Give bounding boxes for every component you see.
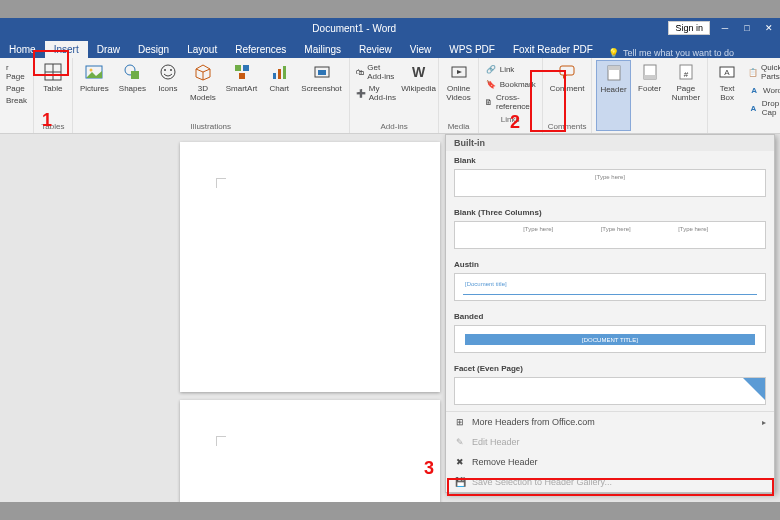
- header-gallery-dropdown: Built-in Blank [Type here] Blank (Three …: [445, 134, 775, 493]
- more-headers-item[interactable]: ⊞ More Headers from Office.com ▸: [446, 412, 774, 432]
- wordart-icon: A: [748, 84, 760, 96]
- option-blank[interactable]: [Type here]: [454, 169, 766, 197]
- group-label-media: Media: [443, 121, 473, 131]
- doc-title: Document1 - Word: [40, 23, 668, 34]
- smartart-button[interactable]: SmartArt: [223, 60, 261, 121]
- option-banded[interactable]: [DOCUMENT TITLE]: [454, 325, 766, 353]
- group-label-illustrations: Illustrations: [77, 121, 345, 131]
- tab-review[interactable]: Review: [350, 41, 401, 58]
- table-button[interactable]: Table: [38, 60, 68, 121]
- svg-rect-15: [273, 73, 276, 79]
- group-label-comments: Comments: [547, 121, 588, 131]
- tab-view[interactable]: View: [401, 41, 441, 58]
- svg-rect-17: [283, 66, 286, 79]
- table-icon: [43, 62, 63, 82]
- tab-draw[interactable]: Draw: [88, 41, 129, 58]
- footer-icon: [640, 62, 660, 82]
- svg-marker-21: [457, 70, 462, 74]
- tab-references[interactable]: References: [226, 41, 295, 58]
- dropcap-button[interactable]: ADrop Cap: [746, 98, 780, 118]
- option-austin[interactable]: [Document title]: [454, 273, 766, 301]
- tab-wps-pdf[interactable]: WPS PDF: [440, 41, 504, 58]
- option-blank-three-columns[interactable]: [Type here] [Type here] [Type here]: [454, 221, 766, 249]
- document-page[interactable]: [180, 400, 440, 502]
- pictures-icon: [84, 62, 104, 82]
- quickparts-icon: 📋: [748, 66, 758, 78]
- group-label-addins: Add-ins: [354, 121, 435, 131]
- section-builtin: Built-in: [446, 135, 774, 151]
- store-icon: 🛍: [356, 66, 364, 78]
- bookmark-button[interactable]: 🔖Bookmark: [483, 77, 538, 91]
- svg-marker-23: [563, 75, 567, 79]
- smartart-icon: [232, 62, 252, 82]
- online-videos-button[interactable]: Online Videos: [443, 60, 473, 121]
- document-page[interactable]: [180, 142, 440, 392]
- option-austin-label: Austin: [446, 255, 774, 271]
- cover-page-button[interactable]: r Page: [6, 62, 27, 82]
- tab-layout[interactable]: Layout: [178, 41, 226, 58]
- wordart-button[interactable]: AWordArt: [746, 83, 780, 97]
- shapes-button[interactable]: Shapes: [116, 60, 149, 121]
- shapes-icon: [122, 62, 142, 82]
- edit-header-item[interactable]: ✎ Edit Header: [446, 432, 774, 452]
- page-number-button[interactable]: #Page Number: [669, 60, 703, 131]
- cross-reference-button[interactable]: 🗎Cross-reference: [483, 92, 538, 112]
- icons-icon: [158, 62, 178, 82]
- remove-header-item[interactable]: ✖ Remove Header: [446, 452, 774, 472]
- svg-rect-22: [560, 66, 574, 75]
- close-icon[interactable]: ✕: [758, 18, 780, 38]
- tab-foxit[interactable]: Foxit Reader PDF: [504, 41, 602, 58]
- svg-point-7: [161, 65, 175, 79]
- edit-icon: ✎: [454, 436, 466, 448]
- crossref-icon: 🗎: [485, 96, 493, 108]
- cube-icon: [193, 62, 213, 82]
- wikipedia-button[interactable]: WWikipedia: [403, 60, 435, 121]
- svg-point-8: [164, 69, 166, 71]
- pagenum-icon: #: [676, 62, 696, 82]
- pictures-button[interactable]: Pictures: [77, 60, 112, 121]
- blank-page-button[interactable]: Page: [6, 83, 27, 94]
- chart-button[interactable]: Chart: [264, 60, 294, 121]
- svg-rect-19: [318, 70, 326, 75]
- my-addins-button[interactable]: ➕My Add-ins: [354, 83, 399, 103]
- save-selection-item[interactable]: 💾 Save Selection to Header Gallery...: [446, 472, 774, 492]
- svg-rect-25: [608, 66, 620, 70]
- option-banded-label: Banded: [446, 307, 774, 323]
- svg-point-4: [90, 69, 93, 72]
- comment-button[interactable]: Comment: [547, 60, 588, 121]
- chart-icon: [269, 62, 289, 82]
- tab-home[interactable]: Home: [0, 41, 45, 58]
- option-blank3-label: Blank (Three Columns): [446, 203, 774, 219]
- icons-button[interactable]: Icons: [153, 60, 183, 121]
- tell-me-search[interactable]: 💡 Tell me what you want to do: [608, 48, 734, 58]
- sign-in-button[interactable]: Sign in: [668, 21, 710, 35]
- page-break-button[interactable]: Break: [6, 95, 27, 106]
- document-workspace: Built-in Blank [Type here] Blank (Three …: [0, 134, 780, 502]
- minimize-icon[interactable]: ─: [714, 18, 736, 38]
- quick-parts-button[interactable]: 📋Quick Parts: [746, 62, 780, 82]
- tab-mailings[interactable]: Mailings: [295, 41, 350, 58]
- tab-design[interactable]: Design: [129, 41, 178, 58]
- office-icon: ⊞: [454, 416, 466, 428]
- screenshot-button[interactable]: Screenshot: [298, 60, 344, 121]
- textbox-icon: A: [717, 62, 737, 82]
- tab-insert[interactable]: Insert: [45, 41, 88, 58]
- 3d-models-button[interactable]: 3D Models: [187, 60, 219, 121]
- titlebar: Document1 - Word Sign in ─ □ ✕: [0, 18, 780, 38]
- svg-point-9: [170, 69, 172, 71]
- dropcap-icon: A: [748, 102, 759, 114]
- link-button[interactable]: 🔗Link: [483, 62, 538, 76]
- comment-icon: [557, 62, 577, 82]
- group-label-links: Links: [483, 114, 538, 124]
- text-box-button[interactable]: AText Box: [712, 60, 742, 131]
- maximize-icon[interactable]: □: [736, 18, 758, 38]
- ribbon-tabs: Home Insert Draw Design Layout Reference…: [0, 38, 780, 58]
- footer-button[interactable]: Footer: [635, 60, 665, 131]
- svg-text:A: A: [724, 68, 730, 77]
- save-icon: 💾: [454, 476, 466, 488]
- option-facet-even[interactable]: [454, 377, 766, 405]
- get-addins-button[interactable]: 🛍Get Add-ins: [354, 62, 399, 82]
- header-button[interactable]: Header: [596, 60, 630, 131]
- addins-icon: ➕: [356, 87, 366, 99]
- svg-text:#: #: [684, 70, 689, 79]
